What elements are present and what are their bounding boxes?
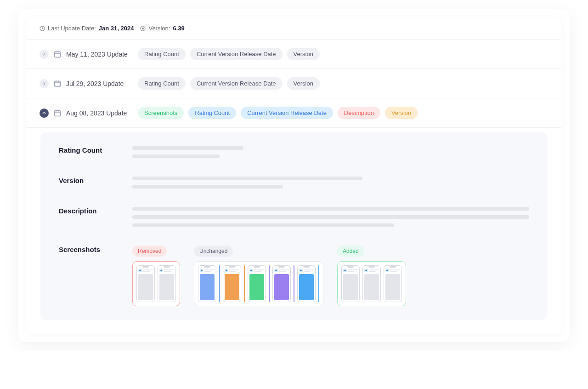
phone-screenshot: [272, 265, 291, 302]
tag-gray: Current Version Release Date: [190, 77, 283, 90]
tag-gray: Version: [287, 48, 320, 60]
screenshots-box: [194, 261, 323, 306]
tag-blue: Rating Count: [188, 107, 236, 119]
version-label: Version:: [148, 25, 170, 32]
phone-screenshot: [248, 265, 266, 302]
phone-screenshot: [198, 265, 216, 302]
phone-screenshot: [223, 265, 241, 302]
tags-list: Rating CountCurrent Version Release Date…: [138, 48, 320, 60]
svg-point-2: [142, 28, 144, 29]
tags-list: Rating CountCurrent Version Release Date…: [138, 77, 320, 90]
group-label: Removed: [132, 246, 167, 257]
phone-screenshot: [136, 265, 155, 302]
rating-count-section: Rating Count: [59, 146, 529, 158]
update-title: May 11, 2023 Update: [66, 51, 128, 58]
tag-red: Description: [338, 107, 380, 119]
group-label: Added: [337, 246, 364, 257]
version-value: 6.39: [173, 25, 184, 32]
header-bar: Last Update Date: Jan 31, 2024 Version: …: [27, 17, 561, 40]
phone-screenshot: [362, 265, 381, 302]
update-row: Jul 29, 2023 UpdateRating CountCurrent V…: [27, 69, 561, 98]
phone-screenshot: [384, 265, 402, 302]
screenshots-box: [337, 261, 406, 306]
inner-card: Last Update Date: Jan 31, 2024 Version: …: [27, 17, 561, 334]
calendar-icon: [53, 80, 62, 88]
screenshot-group-unchanged: Unchanged: [194, 246, 323, 306]
svg-rect-3: [55, 51, 61, 57]
screenshot-group-removed: Removed: [132, 246, 180, 306]
version-section: Version: [59, 177, 529, 189]
tag-gray: Rating Count: [138, 77, 186, 90]
last-update-label: Last Update Date:: [48, 25, 96, 32]
update-title: Aug 08, 2023 Update: [66, 109, 127, 117]
section-content: RemovedUnchangedAdded: [132, 246, 529, 306]
tag-green: Screenshots: [138, 107, 184, 119]
section-content: [132, 146, 529, 158]
screenshots-section: ScreenshotsRemovedUnchangedAdded: [59, 246, 529, 306]
svg-rect-4: [55, 81, 61, 86]
tag-orange: Version: [385, 107, 418, 119]
clock-icon: [40, 26, 45, 31]
phone-screenshot: [158, 265, 176, 302]
screenshots-box: [132, 261, 180, 306]
update-row: Aug 08, 2023 UpdateScreenshotsRating Cou…: [27, 98, 561, 128]
update-detail-panel: Rating CountVersionDescriptionScreenshot…: [40, 132, 548, 320]
phone-screenshot: [341, 265, 360, 302]
tag-gray: Rating Count: [138, 48, 186, 60]
tag-blue: Current Version Release Date: [241, 107, 333, 119]
tag-gray: Current Version Release Date: [190, 48, 283, 60]
tag-gray: Version: [287, 77, 320, 90]
screenshot-group-added: Added: [337, 246, 406, 306]
section-label: Screenshots: [59, 246, 119, 306]
svg-rect-5: [55, 110, 61, 116]
outer-card: Last Update Date: Jan 31, 2024 Version: …: [18, 9, 570, 342]
expand-toggle[interactable]: [40, 109, 49, 118]
section-label: Version: [59, 177, 119, 189]
last-update-meta: Last Update Date: Jan 31, 2024: [40, 25, 134, 32]
target-icon: [140, 26, 146, 31]
phone-screenshot: [297, 265, 316, 302]
update-title: Jul 29, 2023 Update: [66, 80, 124, 87]
update-row: May 11, 2023 UpdateRating CountCurrent V…: [27, 40, 561, 69]
last-update-value: Jan 31, 2024: [99, 25, 134, 32]
section-label: Description: [59, 207, 119, 227]
section-content: [132, 207, 529, 227]
tags-list: ScreenshotsRating CountCurrent Version R…: [138, 107, 418, 119]
section-content: [132, 177, 529, 189]
expand-toggle[interactable]: [40, 50, 49, 59]
group-label: Unchanged: [194, 246, 233, 257]
calendar-icon: [53, 50, 62, 58]
section-label: Rating Count: [59, 146, 119, 158]
expand-toggle[interactable]: [40, 79, 49, 88]
description-section: Description: [59, 207, 529, 227]
version-meta: Version: 6.39: [140, 25, 184, 32]
calendar-icon: [53, 109, 62, 117]
